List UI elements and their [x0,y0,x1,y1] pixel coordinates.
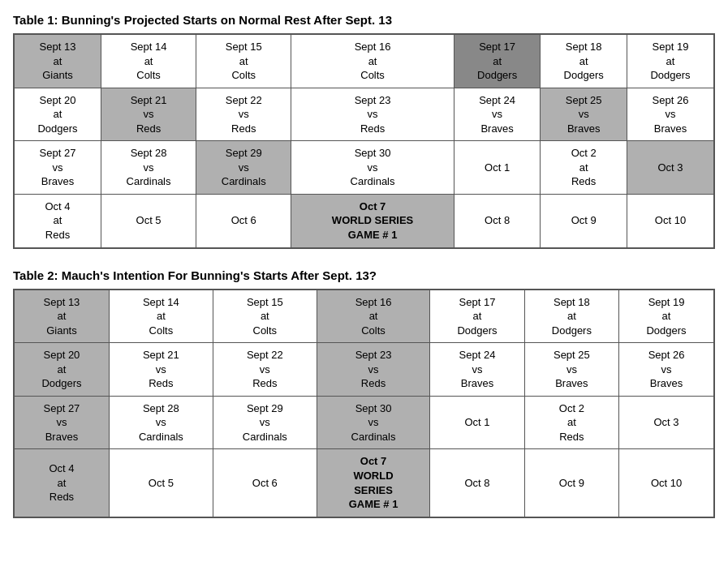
table-cell: Sept 23vsReds [317,343,430,397]
table-cell: Oct 1 [430,396,524,449]
table-cell: Sept 27vsBraves [14,141,101,195]
table-cell: Sept 24vsBraves [454,88,541,141]
table-cell: Sept 28vsCardinals [109,396,213,449]
table-cell: Oct 9 [541,194,627,247]
table-cell: Sept 29vsCardinals [196,141,291,195]
table-cell: Oct 9 [524,449,618,517]
table-cell: Sept 14atColts [101,34,196,88]
table-cell: Sept 20atDodgers [14,88,101,141]
table-cell: Sept 17atDodgers [430,290,524,343]
table1-container: Table 1: Bunning's Projected Starts on N… [13,13,715,249]
table-cell: Oct 6 [196,194,291,247]
table2-title: Table 2: Mauch's Intention For Bunning's… [13,268,715,282]
table-cell: Sept 21vsReds [101,88,196,141]
table-cell: Sept 26vsBraves [627,88,714,141]
table-cell: Sept 21vsReds [109,343,213,397]
table-row: Sept 20atDodgersSept 21vsRedsSept 22vsRe… [14,88,714,141]
table-cell: Oct 5 [109,449,213,517]
table-cell: Oct 3 [627,141,714,195]
table-cell: Sept 13atGiants [14,34,101,88]
table2: Sept 13atGiantsSept 14atColtsSept 15atCo… [13,289,715,518]
table-row: Sept 27vsBravesSept 28vsCardinalsSept 29… [14,141,714,195]
table-cell: Sept 22vsReds [213,343,317,397]
table-cell: Sept 23vsReds [291,88,454,141]
table-row: Sept 13atGiantsSept 14atColtsSept 15atCo… [14,34,714,88]
table-cell: Sept 16atColts [317,290,430,343]
table-cell: Oct 3 [619,396,714,449]
table-cell: Oct 10 [627,194,714,247]
table-cell: Sept 19atDodgers [619,290,714,343]
table-cell: Sept 16atColts [291,34,454,88]
table-cell: Oct 7WORLDSERIESGAME # 1 [317,449,430,517]
table-cell: Oct 1 [454,141,541,195]
table-cell: Sept 26vsBraves [619,343,714,397]
table-row: Sept 27vsBravesSept 28vsCardinalsSept 29… [14,396,714,449]
table-cell: Sept 17atDodgers [454,34,541,88]
table-row: Oct 4atRedsOct 5Oct 6Oct 7WORLD SERIESGA… [14,194,714,247]
table-cell: Sept 15atColts [213,290,317,343]
table-row: Oct 4atRedsOct 5Oct 6Oct 7WORLDSERIESGAM… [14,449,714,517]
table-cell: Sept 29vsCardinals [213,396,317,449]
table-cell: Oct 6 [213,449,317,517]
table-cell: Oct 2atReds [541,141,627,195]
table-row: Sept 20atDodgersSept 21vsRedsSept 22vsRe… [14,343,714,397]
table-row: Sept 13atGiantsSept 14atColtsSept 15atCo… [14,290,714,343]
table-cell: Sept 25vsBraves [541,88,627,141]
table-cell: Oct 8 [454,194,541,247]
table-cell: Oct 2atReds [524,396,618,449]
table-cell: Sept 27vsBraves [14,396,109,449]
table-cell: Sept 19atDodgers [627,34,714,88]
table2-container: Table 2: Mauch's Intention For Bunning's… [13,268,715,518]
table-cell: Sept 15atColts [196,34,291,88]
table-cell: Oct 4atReds [14,449,109,517]
table1-title: Table 1: Bunning's Projected Starts on N… [13,13,715,27]
table-cell: Sept 28vsCardinals [101,141,196,195]
table-cell: Sept 30vsCardinals [317,396,430,449]
table-cell: Sept 22vsReds [196,88,291,141]
table-cell: Sept 25vsBraves [524,343,618,397]
table-cell: Oct 5 [101,194,196,247]
table-cell: Sept 18atDodgers [541,34,627,88]
table-cell: Oct 7WORLD SERIESGAME # 1 [291,194,454,247]
table-cell: Oct 4atReds [14,194,101,247]
table-cell: Sept 20atDodgers [14,343,109,397]
table-cell: Sept 30vsCardinals [291,141,454,195]
table-cell: Sept 24vsBraves [430,343,524,397]
table-cell: Sept 13atGiants [14,290,109,343]
table-cell: Sept 18atDodgers [524,290,618,343]
table1: Sept 13atGiantsSept 14atColtsSept 15atCo… [13,33,715,249]
table-cell: Oct 8 [430,449,524,517]
table-cell: Oct 10 [619,449,714,517]
table-cell: Sept 14atColts [109,290,213,343]
